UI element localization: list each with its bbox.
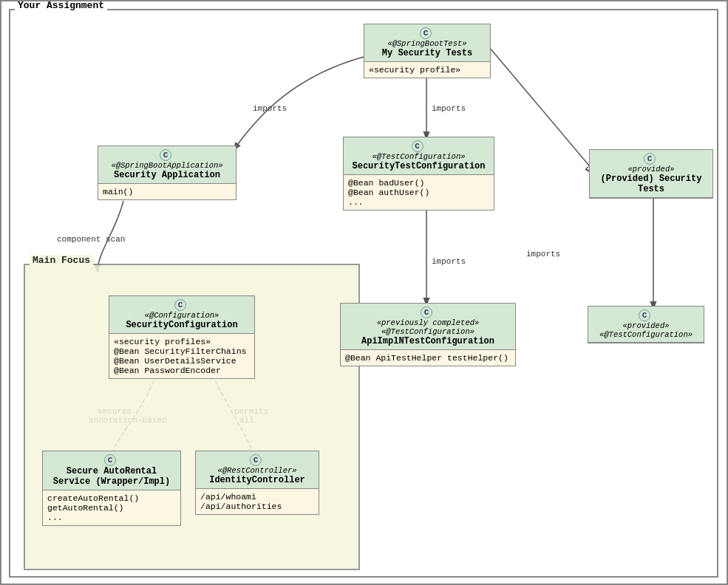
- api-impl-n-test-config-name: ApiImplNTestConfiguration: [345, 336, 511, 346]
- security-test-config-header: C «@TestConfiguration» SecurityTestConfi…: [344, 137, 494, 175]
- security-test-config-name: SecurityTestConfiguration: [348, 161, 489, 171]
- provided-test-config-stereotype2: «@TestConfiguration»: [593, 330, 699, 339]
- c-badge-aintc: C: [421, 307, 432, 318]
- my-security-tests-body: «security profile»: [364, 62, 490, 78]
- api-impl-n-test-config-header: C «previously completed» «@TestConfigura…: [341, 304, 515, 350]
- secure-auto-rental-body: createAutoRental()getAutoRental()...: [43, 490, 180, 525]
- api-impl-n-test-config-body: @Bean ApiTestHelper testHelper(): [341, 350, 515, 366]
- provided-test-config-class[interactable]: C «provided» «@TestConfiguration»: [588, 306, 704, 343]
- security-configuration-name: SecurityConfiguration: [114, 320, 250, 330]
- api-impl-n-test-config-stereotype1: «previously completed»: [345, 318, 511, 327]
- main-canvas: Your Assignment imports imports: [0, 0, 728, 585]
- my-security-tests-class[interactable]: C «@SpringBootTest» My Security Tests «s…: [364, 24, 491, 78]
- provided-security-tests-name: (Provided) Security Tests: [594, 174, 708, 194]
- security-test-config-class[interactable]: C «@TestConfiguration» SecurityTestConfi…: [343, 137, 494, 211]
- identity-controller-stereotype: «@RestController»: [200, 466, 314, 475]
- security-configuration-body: «security profiles» @Bean SecurityFilter…: [109, 334, 254, 378]
- c-badge-secapp: C: [160, 149, 171, 161]
- c-badge-mysecuritytests: C: [420, 27, 432, 39]
- security-configuration-header: C «@Configuration» SecurityConfiguration: [109, 296, 254, 334]
- api-impl-n-test-config-stereotype2: «@TestConfiguration»: [345, 327, 511, 336]
- security-application-stereotype: «@SpringBootApplication»: [103, 161, 231, 170]
- secure-auto-rental-name: Secure AutoRentalService (Wrapper/Impl): [47, 466, 176, 487]
- security-application-name: Security Application: [103, 170, 231, 180]
- api-impl-n-test-config-class[interactable]: C «previously completed» «@TestConfigura…: [340, 303, 516, 366]
- security-application-header: C «@SpringBootApplication» Security Appl…: [98, 146, 236, 184]
- provided-security-tests-header: C «provided» (Provided) Security Tests: [590, 150, 712, 198]
- my-security-tests-name: My Security Tests: [369, 48, 486, 58]
- identity-controller-body: /api/whoami/api/authorities: [196, 489, 319, 514]
- your-assignment-label: Your Assignment: [15, 0, 107, 11]
- provided-test-config-header: C «provided» «@TestConfiguration»: [588, 307, 704, 343]
- identity-controller-name: IdentityController: [200, 475, 314, 485]
- security-test-config-stereotype: «@TestConfiguration»: [348, 152, 489, 161]
- identity-controller-class[interactable]: C «@RestController» IdentityController /…: [195, 451, 319, 515]
- my-security-tests-body-text: «security profile»: [369, 65, 460, 75]
- security-test-config-body: @Bean badUser()@Bean authUser()...: [344, 175, 494, 210]
- my-security-tests-stereotype: «@SpringBootTest»: [369, 39, 486, 48]
- identity-controller-header: C «@RestController» IdentityController: [196, 451, 319, 489]
- c-badge-pst: C: [644, 153, 656, 165]
- secure-auto-rental-service-class[interactable]: C Secure AutoRentalService (Wrapper/Impl…: [42, 451, 181, 526]
- c-badge-ptc: C: [639, 309, 650, 321]
- provided-security-tests-class[interactable]: C «provided» (Provided) Security Tests: [589, 149, 713, 199]
- c-badge-sars: C: [104, 454, 116, 466]
- c-badge-sc: C: [174, 299, 186, 311]
- main-focus-label: Main Focus: [30, 255, 93, 266]
- security-application-class[interactable]: C «@SpringBootApplication» Security Appl…: [98, 146, 237, 200]
- security-configuration-class[interactable]: C «@Configuration» SecurityConfiguration…: [109, 295, 255, 379]
- security-application-body: main(): [98, 184, 236, 199]
- secure-auto-rental-header: C Secure AutoRentalService (Wrapper/Impl…: [43, 451, 180, 490]
- my-security-tests-header: C «@SpringBootTest» My Security Tests: [364, 24, 490, 62]
- c-badge-ic: C: [250, 454, 262, 466]
- provided-security-tests-stereotype: «provided»: [594, 165, 708, 174]
- c-badge-stc: C: [412, 140, 423, 152]
- provided-test-config-stereotype1: «provided»: [593, 321, 699, 330]
- security-configuration-stereotype: «@Configuration»: [114, 311, 250, 320]
